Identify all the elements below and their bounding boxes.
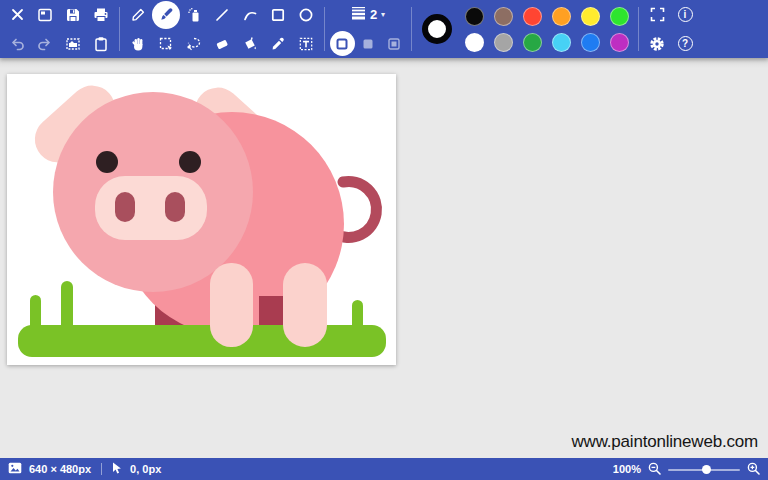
lasso-select-tool[interactable] [180, 30, 208, 58]
help-button[interactable]: ? [671, 30, 699, 58]
chevron-down-icon: ▾ [381, 10, 385, 19]
toolbar-divider [324, 7, 325, 51]
rectangle-tool[interactable] [264, 1, 292, 29]
print-icon [93, 7, 109, 23]
lasso-select-icon [186, 36, 202, 52]
eraser-icon [214, 36, 230, 52]
pig-back-leg-right [259, 296, 287, 330]
statusbar-divider [101, 463, 102, 475]
redo-icon [37, 36, 53, 52]
undo-button[interactable] [3, 30, 31, 58]
fill-style-filled-button[interactable] [356, 31, 381, 56]
pig-front-leg-left [210, 263, 253, 347]
color-swatch-red[interactable] [523, 7, 542, 26]
rect-select-tool[interactable] [152, 30, 180, 58]
print-button[interactable] [87, 1, 115, 29]
pig-eye-right [179, 151, 201, 173]
line-width-icon [351, 6, 366, 24]
color-swatch-lime[interactable] [610, 7, 629, 26]
pencil-icon [130, 7, 146, 23]
settings-button[interactable] [643, 30, 671, 58]
undo-icon [9, 36, 25, 52]
pencil-tool[interactable] [124, 1, 152, 29]
paste-icon [93, 36, 109, 52]
cursor-position-value: 0, 0px [130, 463, 161, 475]
color-swatch-white[interactable] [465, 33, 484, 52]
grass-ground [18, 325, 386, 357]
eraser-tool[interactable] [208, 30, 236, 58]
pig-snout [95, 176, 207, 240]
line-width-dropdown[interactable]: 2 ▾ [345, 6, 391, 24]
image-size-icon [8, 462, 22, 476]
paste-button[interactable] [87, 30, 115, 58]
fullscreen-icon [650, 7, 665, 22]
info-button[interactable]: i [671, 1, 699, 29]
rect-select-icon [158, 36, 174, 52]
ellipse-tool[interactable] [292, 1, 320, 29]
fullscreen-button[interactable] [643, 1, 671, 29]
hand-icon [130, 36, 146, 52]
settings-gear-icon [649, 36, 665, 52]
zoom-out-button[interactable] [648, 462, 661, 477]
spray-tool[interactable] [180, 1, 208, 29]
line-width-value: 2 [370, 7, 377, 22]
cursor-icon [112, 462, 123, 477]
zoom-level-value: 100% [613, 463, 641, 475]
redo-button[interactable] [31, 30, 59, 58]
close-button[interactable] [3, 1, 31, 29]
eyedropper-icon [270, 36, 286, 52]
pig-nostril-left [115, 192, 135, 222]
zoom-slider-thumb[interactable] [702, 465, 711, 474]
zoom-in-button[interactable] [747, 462, 760, 477]
pig-nostril-right [165, 192, 185, 222]
color-swatch-brown[interactable] [494, 7, 513, 26]
workspace: www.paintonlineweb.com [0, 58, 768, 458]
fill-style-filled-outline-button[interactable] [382, 31, 407, 56]
help-icon: ? [678, 36, 693, 51]
eyedropper-tool[interactable] [264, 30, 292, 58]
color-swatch-orange[interactable] [552, 7, 571, 26]
toolbar-divider [119, 7, 120, 51]
new-image-button[interactable] [31, 1, 59, 29]
fill-bucket-tool[interactable] [236, 30, 264, 58]
pig-artwork [7, 74, 396, 365]
curve-tool[interactable] [236, 1, 264, 29]
color-swatch-gray[interactable] [494, 33, 513, 52]
save-button[interactable] [59, 1, 87, 29]
zoom-slider[interactable] [668, 464, 740, 474]
brush-tool[interactable] [152, 1, 180, 29]
line-icon [214, 7, 230, 23]
color-swatch-green[interactable] [523, 33, 542, 52]
spray-icon [186, 7, 202, 23]
color-swatch-yellow[interactable] [581, 7, 600, 26]
pig-eye-left [96, 151, 118, 173]
hand-tool[interactable] [124, 30, 152, 58]
status-bar: 640 × 480px 0, 0px 100% [0, 458, 768, 480]
color-swatch-blue[interactable] [581, 33, 600, 52]
new-image-icon [37, 7, 53, 23]
resize-image-icon [65, 36, 81, 52]
drawing-canvas[interactable] [7, 74, 396, 365]
color-swatch-cyan[interactable] [552, 33, 571, 52]
resize-image-button[interactable] [59, 30, 87, 58]
brush-icon [158, 6, 175, 23]
line-tool[interactable] [208, 1, 236, 29]
curve-icon [242, 7, 258, 23]
fill-style-outline-button[interactable] [330, 31, 355, 56]
current-color-swatch[interactable] [422, 14, 452, 44]
rectangle-icon [270, 7, 286, 23]
color-swatch-magenta[interactable] [610, 33, 629, 52]
filled-square-icon [362, 38, 374, 50]
color-palette [460, 3, 634, 55]
ellipse-icon [298, 7, 314, 23]
color-swatch-black[interactable] [465, 7, 484, 26]
toolbar: 2 ▾ [0, 0, 768, 58]
image-size-value: 640 × 480px [29, 463, 91, 475]
text-icon [298, 36, 314, 52]
save-icon [65, 7, 81, 23]
toolbar-divider [638, 7, 639, 51]
info-icon: i [678, 7, 693, 22]
outline-square-icon [336, 38, 348, 50]
fill-bucket-icon [242, 36, 258, 52]
text-tool[interactable] [292, 30, 320, 58]
